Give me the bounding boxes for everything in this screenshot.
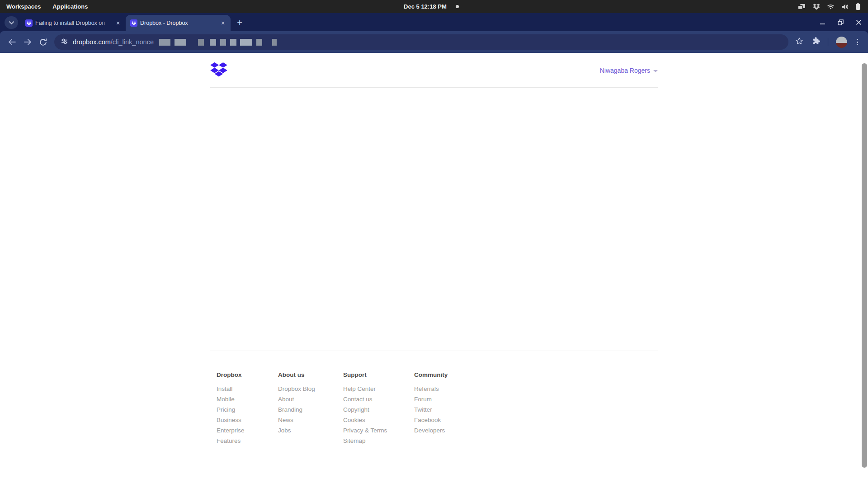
workspaces-menu[interactable]: Workspaces bbox=[6, 3, 41, 10]
redaction-block bbox=[230, 39, 236, 46]
tab-close-icon[interactable]: ✕ bbox=[114, 19, 122, 27]
footer-heading: Dropbox bbox=[217, 371, 278, 378]
minimize-button[interactable] bbox=[820, 19, 826, 25]
footer-columns: DropboxInstallMobilePricingBusinessEnter… bbox=[210, 371, 658, 446]
tab-search-button[interactable] bbox=[5, 16, 18, 29]
footer-link[interactable]: Mobile bbox=[217, 394, 278, 404]
volume-icon bbox=[841, 4, 849, 10]
empty-main-area bbox=[210, 88, 658, 351]
redaction-block bbox=[175, 39, 186, 46]
footer-link[interactable]: Business bbox=[217, 415, 278, 425]
recording-dot-icon bbox=[456, 5, 459, 8]
dropbox-logo-icon[interactable] bbox=[210, 62, 227, 79]
redaction-block bbox=[256, 39, 262, 46]
footer-link[interactable]: Pricing bbox=[217, 404, 278, 415]
tab-title: Failing to install Dropbox on bbox=[35, 20, 111, 26]
dropbox-favicon-icon bbox=[25, 19, 33, 27]
profile-avatar[interactable] bbox=[836, 37, 847, 48]
footer-column: DropboxInstallMobilePricingBusinessEnter… bbox=[217, 371, 278, 446]
footer-link[interactable]: Help Center bbox=[343, 384, 414, 394]
redaction-block bbox=[159, 39, 170, 46]
footer-heading: Community bbox=[414, 371, 658, 378]
chevron-down-icon bbox=[653, 70, 658, 72]
footer-link[interactable]: Features bbox=[217, 436, 278, 446]
dropbox-favicon-icon bbox=[130, 19, 137, 27]
footer-link[interactable]: News bbox=[278, 415, 343, 425]
footer-link[interactable]: Enterprise bbox=[217, 425, 278, 436]
account-menu[interactable]: Niwagaba Rogers bbox=[600, 67, 658, 74]
system-top-bar: Workspaces Applications Dec 5 12:18 PM bbox=[0, 0, 868, 13]
browser-window: Failing to install Dropbox on ✕ Dropbox … bbox=[0, 13, 868, 53]
extensions-icon[interactable] bbox=[811, 37, 820, 47]
tab-title: Dropbox - Dropbox bbox=[140, 20, 216, 26]
footer-link[interactable]: Contact us bbox=[343, 394, 414, 404]
redaction-block bbox=[210, 39, 216, 46]
footer-heading: Support bbox=[343, 371, 414, 378]
footer-link[interactable]: About bbox=[278, 394, 343, 404]
clock-label: Dec 5 12:18 PM bbox=[404, 3, 447, 10]
wifi-icon bbox=[827, 4, 835, 9]
footer-column: CommunityReferralsForumTwitterFacebookDe… bbox=[414, 371, 658, 446]
close-window-button[interactable] bbox=[856, 19, 862, 25]
back-button[interactable] bbox=[5, 34, 20, 50]
footer-link[interactable]: Jobs bbox=[278, 425, 343, 436]
tab-dropbox-active[interactable]: Dropbox - Dropbox ✕ bbox=[126, 15, 231, 31]
account-name: Niwagaba Rogers bbox=[600, 67, 650, 74]
redaction-block bbox=[198, 39, 204, 46]
battery-icon bbox=[855, 3, 861, 10]
tab-close-icon[interactable]: ✕ bbox=[219, 19, 227, 27]
footer-column: SupportHelp CenterContact usCopyrightCoo… bbox=[343, 371, 414, 446]
tab-strip: Failing to install Dropbox on ✕ Dropbox … bbox=[0, 13, 868, 31]
footer-link[interactable]: Sitemap bbox=[343, 436, 414, 446]
reload-button[interactable] bbox=[35, 34, 51, 50]
site-footer: DropboxInstallMobilePricingBusinessEnter… bbox=[210, 351, 658, 446]
url-domain: dropbox.com bbox=[73, 38, 111, 46]
redaction-block bbox=[240, 39, 252, 46]
footer-link[interactable]: Install bbox=[217, 384, 278, 394]
url-redacted-nonce bbox=[154, 39, 277, 46]
dropbox-tray-icon bbox=[813, 4, 820, 10]
restore-button[interactable] bbox=[838, 19, 844, 25]
footer-column: About usDropbox BlogAboutBrandingNewsJob… bbox=[278, 371, 343, 446]
clock-menu[interactable]: Dec 5 12:18 PM bbox=[404, 3, 459, 10]
footer-link[interactable]: Developers bbox=[414, 425, 658, 436]
browser-toolbar: dropbox.com/cli_link_nonce bbox=[0, 31, 868, 53]
new-tab-button[interactable]: + bbox=[233, 16, 246, 29]
footer-link[interactable]: Privacy & Terms bbox=[343, 425, 414, 436]
footer-heading: About us bbox=[278, 371, 343, 378]
footer-link[interactable]: Facebook bbox=[414, 415, 658, 425]
bookmark-star-icon[interactable] bbox=[795, 37, 804, 47]
footer-link[interactable]: Copyright bbox=[343, 404, 414, 415]
scrollbar-thumb[interactable] bbox=[862, 63, 867, 468]
toolbar-divider bbox=[828, 38, 828, 46]
tab-failing-to-install[interactable]: Failing to install Dropbox on ✕ bbox=[21, 15, 126, 31]
address-bar[interactable]: dropbox.com/cli_link_nonce bbox=[54, 34, 788, 50]
footer-link[interactable]: Branding bbox=[278, 404, 343, 415]
redaction-block bbox=[220, 39, 226, 46]
screen-layout-icon bbox=[797, 4, 806, 10]
site-header: Niwagaba Rogers bbox=[210, 53, 658, 88]
url-path: /cli_link_nonce bbox=[111, 38, 154, 46]
redaction-block bbox=[272, 39, 277, 46]
system-tray[interactable] bbox=[797, 0, 861, 13]
footer-link[interactable]: Twitter bbox=[414, 404, 658, 415]
page-content: Niwagaba Rogers DropboxInstallMobilePric… bbox=[0, 53, 868, 488]
footer-link[interactable]: Dropbox Blog bbox=[278, 384, 343, 394]
site-settings-icon[interactable] bbox=[61, 38, 68, 47]
footer-link[interactable]: Cookies bbox=[343, 415, 414, 425]
footer-link[interactable]: Referrals bbox=[414, 384, 658, 394]
forward-button[interactable] bbox=[20, 34, 35, 50]
footer-link[interactable]: Forum bbox=[414, 394, 658, 404]
browser-menu-icon[interactable] bbox=[855, 37, 860, 47]
applications-menu[interactable]: Applications bbox=[52, 3, 88, 10]
